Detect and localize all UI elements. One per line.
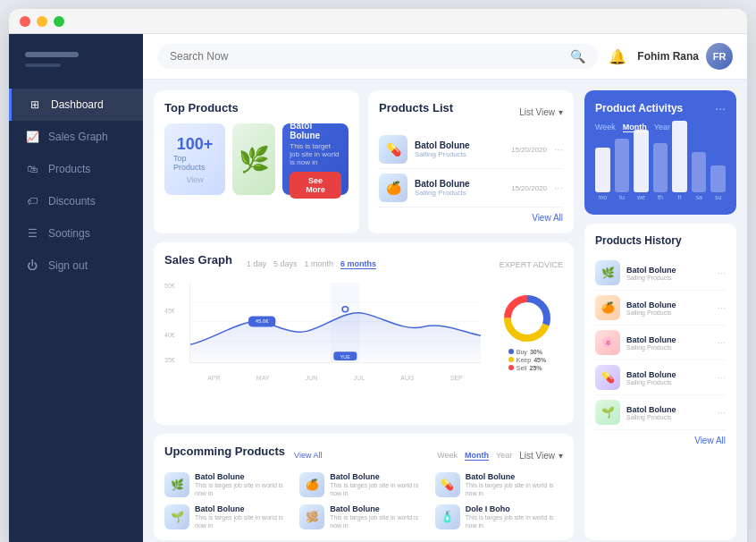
history-menu-dots[interactable]: ··· <box>718 372 726 383</box>
products-list-section: Products List List View ▾ 💊 Batol Bolune <box>368 90 574 233</box>
header-right: 🔔 Fohim Rana FR <box>609 43 733 70</box>
list-view-button[interactable]: List View ▾ <box>519 107 563 117</box>
content-left: Top Products 100+ Top Products View 🌿 <box>154 90 574 540</box>
product-menu-dots[interactable]: ··· <box>554 143 563 156</box>
titlebar <box>9 9 747 34</box>
top-products-count-card: 100+ Top Products View <box>164 123 225 195</box>
bar-label: fr <box>677 194 681 200</box>
product-details: Batol Bolune Salling Products <box>415 179 504 197</box>
upcoming-list-view[interactable]: List View ▾ <box>519 451 563 461</box>
sidebar-item-settings[interactable]: ☰ Sootings <box>9 217 143 250</box>
upcoming-info: Batol Bolune This is targes job site in … <box>195 504 292 529</box>
discounts-icon: 🏷 <box>25 194 39 208</box>
line-chart: 50€ 45€ 40€ 35€ <box>164 283 481 381</box>
history-menu-dots[interactable]: ··· <box>718 337 726 348</box>
featured-product-card: Batol Bolune This is target job site in … <box>282 123 349 195</box>
sidebar-item-label: Dashboard <box>51 98 104 111</box>
see-more-button[interactable]: See More <box>290 172 341 199</box>
close-button[interactable] <box>20 16 30 27</box>
sidebar-item-discounts[interactable]: 🏷 Discounts <box>9 185 143 217</box>
content-area: Top Products 100+ Top Products View 🌿 <box>143 80 747 542</box>
bar-item: fr <box>672 121 687 200</box>
chevron-down-icon: ▾ <box>559 451 563 461</box>
upcoming-info: Batol Bolune This is targes job site in … <box>330 504 427 529</box>
history-card: Products History 🌿 Batol Bolune Salling … <box>584 224 736 540</box>
bar-label: tu <box>619 194 625 200</box>
search-input[interactable] <box>170 50 563 63</box>
tab-week-activity[interactable]: Week <box>595 123 616 132</box>
bar-label: su <box>715 194 721 200</box>
maximize-button[interactable] <box>54 16 64 27</box>
product-details: Batol Bolune Salling Products <box>415 140 504 158</box>
bar-item: sa <box>692 152 707 200</box>
upcoming-thumbnail: 🌱 <box>164 504 189 529</box>
minimize-button[interactable] <box>37 16 47 27</box>
history-menu-dots[interactable]: ··· <box>718 407 726 418</box>
view-all-products[interactable]: View All <box>379 213 563 223</box>
logo-bar <box>25 52 79 57</box>
featured-product-name: Batol Bolune <box>290 121 341 140</box>
view-all-history[interactable]: View All <box>595 436 726 445</box>
products-view-label[interactable]: View <box>186 175 203 184</box>
product-menu-dots[interactable]: ··· <box>554 182 563 194</box>
right-panel: Product Activitys ··· Week Month Year mo <box>584 90 736 540</box>
sidebar-logo <box>9 52 143 89</box>
bar <box>692 152 707 192</box>
user-name: Fohim Rana <box>637 50 699 63</box>
tab-1day[interactable]: 1 day <box>247 259 266 269</box>
upcoming-header: Upcomming Products View All Week Month Y… <box>164 445 563 467</box>
upcoming-item: 🧴 Dole I Boho This is targes job site in… <box>435 504 563 529</box>
view-all-upcoming[interactable]: View All <box>294 451 322 460</box>
products-icon: 🛍 <box>25 162 39 176</box>
upcoming-grid: 🌿 Batol Bolune This is targes job site i… <box>164 472 563 529</box>
user-info: Fohim Rana FR <box>637 43 733 70</box>
upcoming-info: Batol Bolune This is targes job site in … <box>330 472 427 497</box>
activity-title: Product Activitys <box>595 102 683 114</box>
history-menu-dots[interactable]: ··· <box>718 302 726 313</box>
logo-sub <box>25 64 61 67</box>
sidebar-item-products[interactable]: 🛍 Products <box>9 153 143 185</box>
history-item: 🌱 Batol Bolune Salling Products ··· <box>595 395 726 430</box>
tab-6months[interactable]: 6 months <box>340 259 376 269</box>
history-menu-dots[interactable]: ··· <box>718 267 726 278</box>
tab-year-activity[interactable]: Year <box>654 123 670 132</box>
history-title: Products History <box>595 234 726 247</box>
history-item: 🌿 Batol Bolune Salling Products ··· <box>595 256 726 291</box>
upcoming-thumbnail: 🧴 <box>435 504 460 529</box>
tab-5days[interactable]: 5 days <box>273 259 298 269</box>
main-content: 🔍 🔔 Fohim Rana FR Top <box>143 34 747 542</box>
notification-icon[interactable]: 🔔 <box>609 48 626 65</box>
activity-menu-dots[interactable]: ··· <box>715 101 726 115</box>
donut-chart: Buy 30% Keep 45% <box>491 283 563 381</box>
bar-label: sa <box>695 194 701 200</box>
upcoming-title-area: Upcomming Products View All <box>164 445 322 467</box>
history-info: Batol Bolune Salling Products <box>626 335 711 351</box>
upcoming-title: Upcomming Products <box>164 445 285 458</box>
header: 🔍 🔔 Fohim Rana FR <box>143 34 747 80</box>
bar-item: su <box>710 165 726 200</box>
bar-item: tu <box>615 139 630 200</box>
activity-tabs: Week Month Year <box>595 123 726 132</box>
upcoming-time-tabs: Week Month Year <box>437 451 512 461</box>
bar-label: we <box>637 194 645 200</box>
tab-week[interactable]: Week <box>437 451 458 461</box>
sales-graph-icon: 📈 <box>25 130 39 144</box>
sidebar-item-dashboard[interactable]: ⊞ Dashboard <box>9 89 143 121</box>
sidebar-item-signout[interactable]: ⏻ Sign out <box>9 250 143 282</box>
search-bar[interactable]: 🔍 <box>157 44 598 69</box>
chart-body: YUE 45,0€ <box>189 283 481 363</box>
history-thumbnail: 🌿 <box>595 260 620 285</box>
bar-label: th <box>658 194 663 200</box>
chevron-down-icon: ▾ <box>559 107 563 117</box>
upcoming-thumbnail: 🍊 <box>299 472 324 497</box>
tab-1month[interactable]: 1 month <box>304 259 333 269</box>
tab-month[interactable]: Month <box>465 451 489 461</box>
upcoming-info: Batol Bolune This is targes job site in … <box>195 472 292 497</box>
chart-x-labels: APR MAY JUN JUL AUG SEP <box>189 373 481 381</box>
top-products-section: Top Products 100+ Top Products View 🌿 <box>154 90 359 233</box>
sidebar-item-label: Sootings <box>48 227 90 240</box>
tab-year[interactable]: Year <box>496 451 512 461</box>
bar-item: mo <box>595 148 610 200</box>
bar-item: we <box>634 130 649 200</box>
sidebar-item-sales-graph[interactable]: 📈 Sales Graph <box>9 121 143 153</box>
